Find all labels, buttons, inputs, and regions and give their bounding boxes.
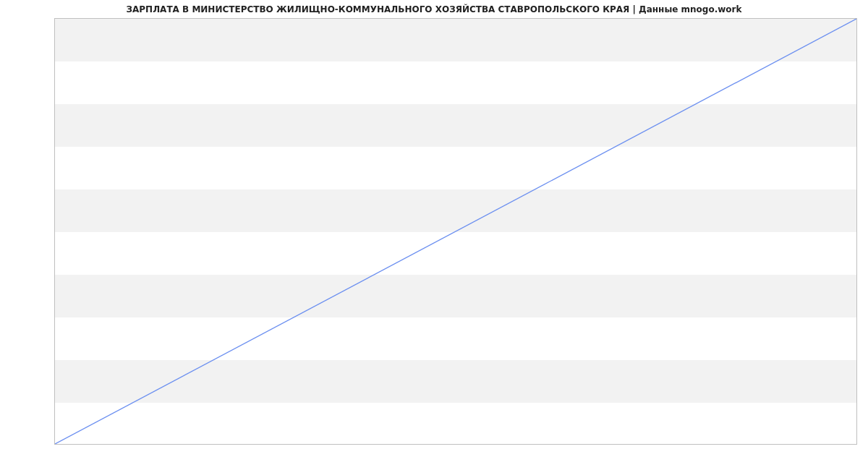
- data-line: [55, 19, 856, 444]
- chart-title: ЗАРПЛАТА В МИНИСТЕРСТВО ЖИЛИЩНО-КОММУНАЛ…: [0, 4, 868, 14]
- plot-area: 2500025500260002650027000275002800028500…: [54, 18, 857, 445]
- chart-container: ЗАРПЛАТА В МИНИСТЕРСТВО ЖИЛИЩНО-КОММУНАЛ…: [0, 0, 868, 470]
- line-layer: [55, 19, 856, 444]
